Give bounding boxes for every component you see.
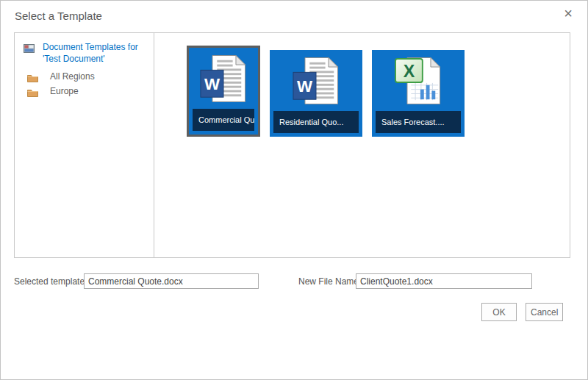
- svg-text:W: W: [204, 75, 220, 93]
- ok-button[interactable]: OK: [481, 303, 517, 321]
- selected-template-input[interactable]: [84, 273, 259, 289]
- template-tile-label: Commercial Quot...: [193, 109, 254, 131]
- folder-icon: [27, 87, 38, 96]
- tree-item-label: All Regions: [50, 71, 95, 82]
- content-panel: Document Templates for 'Test Document' A…: [14, 32, 570, 258]
- selected-template-label: Selected template:: [14, 276, 87, 287]
- template-tile-residential-quote[interactable]: W Residential Quo...: [270, 50, 362, 137]
- document-library-icon: [24, 43, 35, 52]
- template-tile-sales-forecast[interactable]: X Sales Forecast....: [372, 50, 465, 137]
- svg-text:W: W: [297, 77, 313, 96]
- tree-item-document-templates[interactable]: Document Templates for 'Test Document': [15, 41, 154, 65]
- excel-file-icon: X: [395, 57, 442, 108]
- close-icon[interactable]: ×: [559, 4, 577, 23]
- template-tile-label: Residential Quo...: [273, 111, 359, 133]
- cancel-button[interactable]: Cancel: [526, 303, 563, 321]
- word-file-icon: W: [200, 54, 247, 106]
- new-file-name-label: New File Name:: [298, 276, 361, 287]
- dialog-title: Select a Template: [15, 10, 102, 22]
- tree-item-label: Europe: [50, 86, 79, 96]
- tree-item-all-regions[interactable]: All Regions: [15, 69, 154, 84]
- select-template-dialog: Select a Template × Document Templates f…: [0, 0, 588, 380]
- folder-icon: [27, 72, 38, 81]
- template-grid: W Commercial Quot...: [154, 33, 570, 257]
- folder-tree: Document Templates for 'Test Document' A…: [15, 33, 154, 257]
- template-tile-label: Sales Forecast....: [376, 111, 461, 133]
- tree-item-europe[interactable]: Europe: [15, 84, 154, 98]
- template-tile-commercial-quote[interactable]: W Commercial Quot...: [187, 46, 260, 137]
- svg-text:X: X: [404, 62, 415, 81]
- word-file-icon: W: [293, 57, 340, 108]
- new-file-name-input[interactable]: [356, 273, 532, 289]
- tree-root-label: Document Templates for 'Test Document': [43, 41, 140, 65]
